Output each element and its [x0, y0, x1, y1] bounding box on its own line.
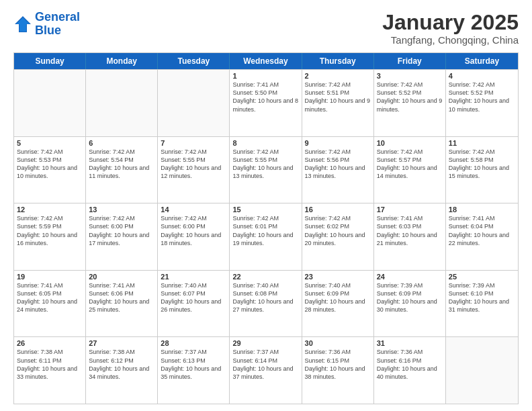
month-title: January 2025 [382, 11, 519, 34]
cell-date: 14 [161, 205, 226, 214]
logo-line2: Blue [35, 24, 61, 37]
cell-info: Sunrise: 7:36 AM Sunset: 6:15 PM Dayligh… [305, 348, 371, 381]
cell-date: 9 [305, 139, 371, 147]
cell-info: Sunrise: 7:40 AM Sunset: 6:09 PM Dayligh… [305, 281, 371, 314]
cell-date: 8 [232, 139, 298, 147]
cell-info: Sunrise: 7:41 AM Sunset: 6:06 PM Dayligh… [89, 281, 154, 314]
week-row-0: 1Sunrise: 7:41 AM Sunset: 5:50 PM Daylig… [14, 69, 518, 136]
cell-date: 1 [232, 72, 298, 80]
cal-cell: 11Sunrise: 7:42 AM Sunset: 5:58 PM Dayli… [446, 137, 518, 203]
cal-cell: 7Sunrise: 7:42 AM Sunset: 5:55 PM Daylig… [158, 137, 230, 203]
cell-date: 4 [449, 72, 515, 80]
header: General Blue January 2025 Tangfang, Chon… [13, 11, 519, 46]
logo-line1: General [35, 10, 80, 24]
cell-date: 20 [89, 273, 154, 281]
cal-cell: 8Sunrise: 7:42 AM Sunset: 5:55 PM Daylig… [230, 137, 302, 203]
cell-info: Sunrise: 7:37 AM Sunset: 6:14 PM Dayligh… [232, 348, 298, 381]
cell-info: Sunrise: 7:42 AM Sunset: 5:58 PM Dayligh… [449, 148, 515, 181]
cell-date: 13 [89, 205, 154, 214]
cell-info: Sunrise: 7:39 AM Sunset: 6:10 PM Dayligh… [449, 281, 515, 314]
cell-info: Sunrise: 7:38 AM Sunset: 6:11 PM Dayligh… [17, 348, 83, 381]
cell-info: Sunrise: 7:42 AM Sunset: 5:52 PM Dayligh… [449, 81, 515, 113]
cell-date: 29 [232, 339, 298, 347]
page: General Blue January 2025 Tangfang, Chon… [0, 0, 532, 411]
calendar-header: Sunday Monday Tuesday Wednesday Thursday… [14, 53, 518, 69]
cal-cell: 2Sunrise: 7:42 AM Sunset: 5:51 PM Daylig… [302, 70, 374, 136]
cell-info: Sunrise: 7:42 AM Sunset: 5:55 PM Dayligh… [161, 148, 226, 181]
week-row-1: 5Sunrise: 7:42 AM Sunset: 5:53 PM Daylig… [14, 136, 518, 203]
title-block: January 2025 Tangfang, Chongqing, China [382, 11, 519, 46]
cell-info: Sunrise: 7:42 AM Sunset: 5:53 PM Dayligh… [17, 148, 83, 181]
cal-cell: 21Sunrise: 7:40 AM Sunset: 6:07 PM Dayli… [158, 271, 230, 337]
cell-info: Sunrise: 7:41 AM Sunset: 5:50 PM Dayligh… [232, 81, 298, 113]
cell-date: 12 [17, 205, 83, 214]
cell-info: Sunrise: 7:41 AM Sunset: 6:04 PM Dayligh… [449, 214, 515, 247]
day-tuesday: Tuesday [158, 53, 230, 69]
day-friday: Friday [374, 53, 446, 69]
cell-date: 15 [232, 205, 298, 214]
cal-cell: 27Sunrise: 7:38 AM Sunset: 6:12 PM Dayli… [86, 337, 158, 404]
cell-date: 2 [305, 72, 371, 80]
cell-date: 10 [377, 139, 443, 147]
location: Tangfang, Chongqing, China [382, 34, 519, 46]
logo: General Blue [13, 11, 80, 38]
cell-info: Sunrise: 7:42 AM Sunset: 6:02 PM Dayligh… [305, 214, 371, 247]
svg-marker-1 [16, 17, 30, 32]
cal-cell: 3Sunrise: 7:42 AM Sunset: 5:52 PM Daylig… [374, 70, 446, 136]
cal-cell: 17Sunrise: 7:41 AM Sunset: 6:03 PM Dayli… [374, 203, 446, 270]
cell-date: 5 [17, 139, 83, 147]
cell-info: Sunrise: 7:40 AM Sunset: 6:08 PM Dayligh… [232, 281, 298, 314]
cell-info: Sunrise: 7:41 AM Sunset: 6:05 PM Dayligh… [17, 281, 83, 314]
cell-date: 3 [377, 72, 443, 80]
cal-cell: 18Sunrise: 7:41 AM Sunset: 6:04 PM Dayli… [446, 203, 518, 270]
calendar-body: 1Sunrise: 7:41 AM Sunset: 5:50 PM Daylig… [14, 69, 518, 404]
cal-cell: 5Sunrise: 7:42 AM Sunset: 5:53 PM Daylig… [14, 137, 86, 203]
cell-date: 27 [89, 339, 154, 347]
cell-date: 6 [89, 139, 154, 147]
day-saturday: Saturday [446, 53, 518, 69]
day-thursday: Thursday [302, 53, 374, 69]
week-row-3: 19Sunrise: 7:41 AM Sunset: 6:05 PM Dayli… [14, 270, 518, 337]
cal-cell [14, 70, 86, 136]
cal-cell: 12Sunrise: 7:42 AM Sunset: 5:59 PM Dayli… [14, 203, 86, 270]
cell-info: Sunrise: 7:42 AM Sunset: 5:55 PM Dayligh… [232, 148, 298, 181]
cal-cell [86, 70, 158, 136]
cell-date: 7 [161, 139, 226, 147]
cell-info: Sunrise: 7:42 AM Sunset: 5:57 PM Dayligh… [377, 148, 443, 181]
cell-date: 26 [17, 339, 83, 347]
cal-cell: 25Sunrise: 7:39 AM Sunset: 6:10 PM Dayli… [446, 271, 518, 337]
week-row-2: 12Sunrise: 7:42 AM Sunset: 5:59 PM Dayli… [14, 203, 518, 270]
cell-info: Sunrise: 7:39 AM Sunset: 6:09 PM Dayligh… [377, 281, 443, 314]
cal-cell [446, 337, 518, 404]
day-sunday: Sunday [14, 53, 86, 69]
cell-info: Sunrise: 7:37 AM Sunset: 6:13 PM Dayligh… [161, 348, 226, 381]
cal-cell: 26Sunrise: 7:38 AM Sunset: 6:11 PM Dayli… [14, 337, 86, 404]
cal-cell: 6Sunrise: 7:42 AM Sunset: 5:54 PM Daylig… [86, 137, 158, 203]
cell-date: 30 [305, 339, 371, 347]
logo-text: General Blue [35, 11, 80, 38]
cell-date: 28 [161, 339, 226, 347]
logo-icon [13, 15, 32, 34]
cell-info: Sunrise: 7:42 AM Sunset: 5:51 PM Dayligh… [305, 81, 371, 113]
cal-cell: 30Sunrise: 7:36 AM Sunset: 6:15 PM Dayli… [302, 337, 374, 404]
calendar: Sunday Monday Tuesday Wednesday Thursday… [13, 52, 519, 404]
day-monday: Monday [86, 53, 158, 69]
cal-cell: 14Sunrise: 7:42 AM Sunset: 6:00 PM Dayli… [158, 203, 230, 270]
cell-info: Sunrise: 7:42 AM Sunset: 5:54 PM Dayligh… [89, 148, 154, 181]
cell-info: Sunrise: 7:42 AM Sunset: 5:56 PM Dayligh… [305, 148, 371, 181]
cell-info: Sunrise: 7:41 AM Sunset: 6:03 PM Dayligh… [377, 214, 443, 247]
cell-date: 22 [232, 273, 298, 281]
day-wednesday: Wednesday [230, 53, 302, 69]
cell-date: 19 [17, 273, 83, 281]
cell-info: Sunrise: 7:42 AM Sunset: 6:00 PM Dayligh… [89, 214, 154, 247]
cal-cell: 19Sunrise: 7:41 AM Sunset: 6:05 PM Dayli… [14, 271, 86, 337]
cell-date: 18 [449, 205, 515, 214]
cell-date: 25 [449, 273, 515, 281]
cal-cell: 20Sunrise: 7:41 AM Sunset: 6:06 PM Dayli… [86, 271, 158, 337]
cal-cell: 13Sunrise: 7:42 AM Sunset: 6:00 PM Dayli… [86, 203, 158, 270]
cal-cell: 24Sunrise: 7:39 AM Sunset: 6:09 PM Dayli… [374, 271, 446, 337]
cal-cell [158, 70, 230, 136]
cal-cell: 22Sunrise: 7:40 AM Sunset: 6:08 PM Dayli… [230, 271, 302, 337]
cell-date: 24 [377, 273, 443, 281]
cell-info: Sunrise: 7:40 AM Sunset: 6:07 PM Dayligh… [161, 281, 226, 314]
